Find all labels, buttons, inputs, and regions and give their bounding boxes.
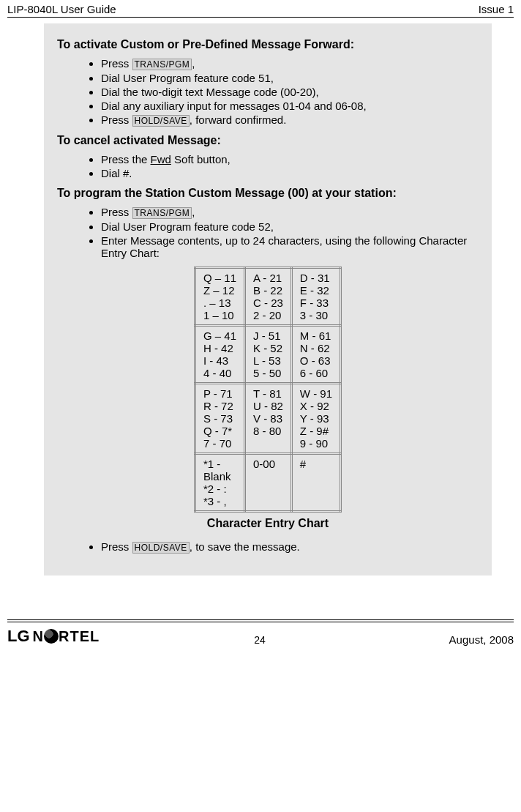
text: , [192,206,195,218]
list-item: Press TRANS/PGM, [101,206,479,219]
list-item: Enter Message contents, up to 24 charact… [101,234,479,259]
page-number: 24 [254,634,266,646]
section-heading-activate: To activate Custom or Pre-Defined Messag… [57,38,479,51]
text: , to save the message. [190,540,300,553]
chart-cell: A - 21 B - 22 C - 23 2 - 20 [244,268,291,326]
chart-cell: T - 81 U - 82 V - 83 8 - 80 [244,384,291,454]
hold-save-key: HOLD/SAVE [132,115,190,127]
text: Press [101,113,132,126]
doc-title: LIP-8040L User Guide [7,3,116,15]
text: , [192,57,195,70]
trans-pgm-key: TRANS/PGM [132,207,192,219]
character-entry-chart-table: Q – 11 Z – 12 . – 13 1 – 10 A - 21 B - 2… [194,267,342,513]
fwd-soft-button: Fwd [151,153,171,165]
section-heading-program: To program the Station Custom Message (0… [57,187,479,200]
trans-pgm-key: TRANS/PGM [132,59,192,70]
list-item: Press TRANS/PGM, [101,57,479,70]
chart-cell: *1 - Blank *2 - : *3 - , [195,454,244,512]
section-heading-cancel: To cancel activated Message: [57,134,479,147]
list-item: Press HOLD/SAVE, to save the message. [101,540,479,554]
chart-cell: J - 51 K - 52 L - 53 5 - 50 [244,326,291,384]
text: Press [101,206,132,218]
lg-nortel-logo: LG NRTEL [7,627,100,646]
chart-cell: G – 41 H - 42 I - 43 4 - 40 [195,326,244,384]
logo-lg-text: LG [7,627,30,646]
footer-date: August, 2008 [449,633,514,646]
chart-cell: M - 61 N - 62 O - 63 6 - 60 [291,326,340,384]
hold-save-key: HOLD/SAVE [132,542,190,554]
chart-cell: D - 31 E - 32 F - 33 3 - 30 [291,268,340,326]
text: Soft button, [171,153,230,165]
list-item: Dial any auxiliary input for messages 01… [101,100,479,112]
list-item: Press HOLD/SAVE, forward confirmed. [101,113,479,127]
list-item: Dial #. [101,167,479,179]
chart-cell: 0-00 [244,454,291,512]
list-item: Dial User Program feature code 52, [101,220,479,233]
logo-nortel-text: NRTEL [33,627,100,645]
text: Press the [101,153,151,165]
list-item: Dial User Program feature code 51, [101,72,479,84]
text: Press [101,540,132,553]
logo-globe-icon [44,629,59,644]
text: , forward confirmed. [190,113,287,126]
list-item: Dial the two-digit text Message code (00… [101,86,479,98]
text: Press [101,57,132,70]
chart-cell: W - 91 X - 92 Y - 93 Z - 9# 9 - 90 [291,384,340,454]
chart-cell: Q – 11 Z – 12 . – 13 1 – 10 [195,268,244,326]
list-item: Press the Fwd Soft button, [101,153,479,165]
chart-cell: # [291,454,340,512]
doc-issue: Issue 1 [479,3,514,15]
footer-rule [7,619,514,620]
header-rule [7,17,514,18]
chart-caption: Character Entry Chart [57,517,479,530]
content-box: To activate Custom or Pre-Defined Messag… [44,23,492,576]
chart-cell: P - 71 R - 72 S - 73 Q - 7* 7 - 70 [195,384,244,454]
